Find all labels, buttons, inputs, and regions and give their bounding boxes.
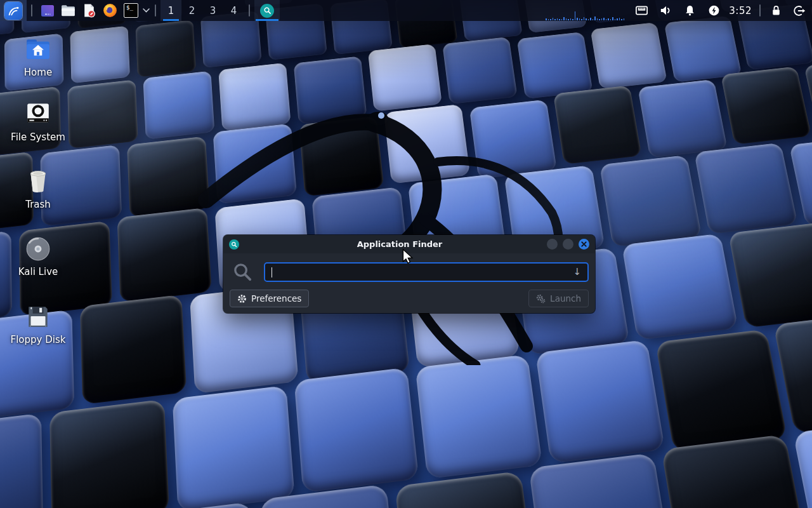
- terminal-icon: $_: [124, 3, 138, 18]
- close-icon: [581, 241, 587, 247]
- workspace-3[interactable]: 3: [202, 0, 223, 21]
- minimize-button[interactable]: [547, 239, 558, 250]
- workspace-1[interactable]: 1: [160, 0, 181, 21]
- file-manager-launcher[interactable]: [58, 0, 79, 21]
- lock-icon: [769, 4, 783, 17]
- preferences-label: Preferences: [251, 293, 301, 304]
- tasklist-application-finder[interactable]: [254, 0, 280, 21]
- lock-screen-button[interactable]: [765, 0, 787, 21]
- home-folder-icon: [25, 37, 51, 62]
- preferences-button[interactable]: Preferences: [230, 290, 309, 307]
- desktop-icon-label: Kali Live: [18, 266, 58, 277]
- chevron-down-icon: [143, 8, 150, 13]
- network-tray-button[interactable]: [629, 0, 653, 21]
- clock[interactable]: 3:52: [726, 0, 755, 21]
- workspace-1-label: 1: [168, 5, 174, 17]
- power-manager-tray-button[interactable]: [702, 0, 726, 21]
- terminal-launcher[interactable]: $_: [121, 0, 141, 21]
- panel-separator: [249, 4, 250, 17]
- application-finder-task-icon: [260, 4, 274, 18]
- hard-disk-icon: [25, 102, 51, 127]
- launch-gears-icon: [536, 294, 546, 304]
- maximize-button[interactable]: [563, 239, 573, 250]
- desktop-icon-kali-live[interactable]: Kali Live: [6, 236, 70, 277]
- network-monitor-graph[interactable]: [546, 0, 624, 22]
- panel-separator: [759, 4, 761, 17]
- dropdown-arrow-icon[interactable]: ↓: [573, 267, 581, 277]
- folder-icon: [60, 3, 76, 18]
- bell-icon: [683, 4, 697, 17]
- kali-logo-icon: [4, 2, 22, 20]
- kali-menu-button[interactable]: [0, 0, 27, 21]
- launch-button[interactable]: Launch: [528, 290, 589, 307]
- notifications-tray-button[interactable]: [678, 0, 702, 21]
- power-bolt-icon: [707, 4, 721, 17]
- workspace-2[interactable]: 2: [181, 0, 202, 21]
- workspace-3-label: 3: [210, 5, 216, 17]
- speaker-icon: [658, 3, 673, 18]
- show-desktop-launcher[interactable]: [37, 0, 58, 21]
- application-finder-window-icon: [229, 239, 239, 250]
- volume-tray-button[interactable]: [653, 0, 678, 21]
- titlebar[interactable]: Application Finder: [223, 235, 595, 253]
- search-icon: [232, 262, 253, 283]
- window-title: Application Finder: [261, 239, 538, 249]
- clock-time: 3:52: [726, 5, 755, 17]
- logout-button[interactable]: [787, 0, 812, 21]
- desktop-icon-home[interactable]: Home: [6, 37, 70, 78]
- text-editor-launcher[interactable]: [79, 0, 100, 21]
- desktop-icon-label: Floppy Disk: [11, 334, 66, 345]
- optical-disc-icon: [25, 236, 51, 262]
- workspace-4[interactable]: 4: [223, 0, 244, 21]
- top-panel: $_ 1 2 3 4: [0, 0, 812, 21]
- panel-separator: [155, 4, 156, 17]
- search-input[interactable]: ↓: [264, 262, 589, 282]
- desktop-icon-file-system[interactable]: File System: [6, 102, 70, 143]
- desktop-icon-floppy-disk[interactable]: Floppy Disk: [6, 304, 70, 345]
- workspace-4-label: 4: [231, 5, 237, 17]
- logout-icon: [792, 4, 806, 18]
- terminal-prompt-glyph: $_: [126, 4, 133, 11]
- close-button[interactable]: [579, 239, 589, 250]
- firefox-icon: [102, 3, 118, 18]
- desktop-icon-trash[interactable]: Trash: [6, 169, 70, 210]
- application-finder-window: Application Finder ↓: [223, 235, 595, 313]
- show-desktop-icon: [40, 3, 55, 18]
- firefox-launcher[interactable]: [100, 0, 121, 21]
- floppy-disk-icon: [25, 304, 51, 330]
- gear-icon: [237, 294, 247, 304]
- ethernet-icon: [634, 3, 649, 18]
- trash-can-icon: [25, 169, 51, 194]
- launch-label: Launch: [550, 293, 581, 304]
- text-caret: [272, 267, 272, 277]
- kali-dragon-silhouette: [171, 48, 577, 365]
- desktop-icon-label: Trash: [25, 199, 51, 210]
- panel-separator: [31, 4, 32, 17]
- text-editor-icon: [81, 3, 97, 18]
- workspace-2-label: 2: [189, 5, 195, 17]
- desktop-icon-label: File System: [11, 131, 65, 143]
- desktop-icon-label: Home: [24, 67, 52, 78]
- terminal-launcher-dropdown[interactable]: [141, 0, 150, 21]
